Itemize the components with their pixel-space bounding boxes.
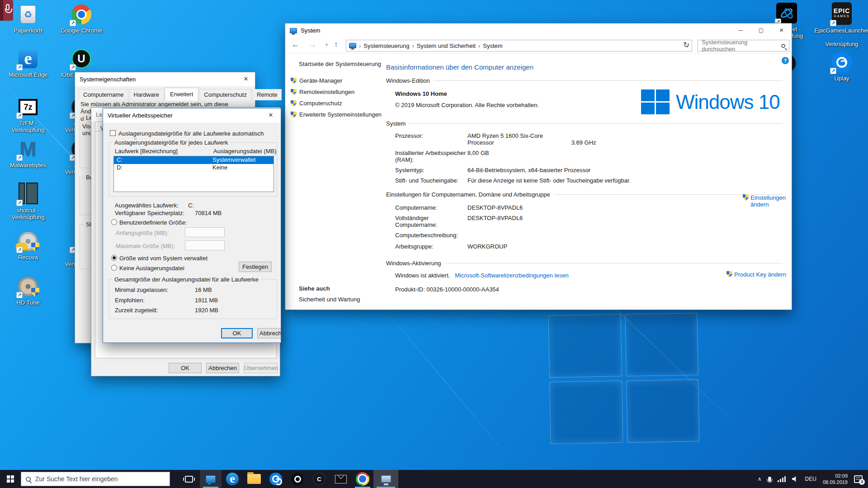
taskbar-item-system-cp[interactable] xyxy=(200,470,222,488)
page-title: Basisinformationen über den Computer anz… xyxy=(386,63,792,71)
sidebar-item-remoteeinstellungen[interactable]: Remoteeinstellungen xyxy=(291,89,382,95)
uac-shield-icon xyxy=(31,243,39,252)
tray-network-icon[interactable] xyxy=(778,476,786,482)
desktop-icon-epicgames[interactable]: EPICGAMES ↗ EpicGamesLauncher -Verknüpfu… xyxy=(820,2,863,47)
initial-size-input[interactable] xyxy=(185,227,225,237)
auto-manage-checkbox[interactable] xyxy=(110,130,116,136)
shortcut-arrow-icon: ↗ xyxy=(16,64,23,70)
change-product-key-link[interactable]: Product Key ändern xyxy=(726,271,786,278)
cancel-button[interactable]: Abbrechen xyxy=(206,363,239,373)
tab-computerschutz[interactable]: Computerschutz xyxy=(199,89,251,100)
ram-value: 8,00 GB xyxy=(467,150,675,163)
breadcrumb-systemsteuerung[interactable]: Systemsteuerung xyxy=(363,42,409,49)
custom-size-radio[interactable] xyxy=(111,219,117,225)
desktop-icon-uplay[interactable]: ↗ Uplay xyxy=(820,52,863,82)
apply-button[interactable]: Übernehmen xyxy=(244,363,278,373)
desktop-icon-shotcut[interactable]: ↗ shotcut -Verknüpfung xyxy=(6,182,50,221)
sidebar-item-computerschutz[interactable]: Computerschutz xyxy=(291,100,382,107)
systemtype-value: 64-Bit-Betriebssystem, x64-basierter Pro… xyxy=(467,167,675,174)
microphone-icon xyxy=(6,4,9,10)
taskbar-item-edge[interactable]: e xyxy=(222,470,243,488)
start-button[interactable] xyxy=(0,470,21,488)
systemtype-label: Systemtyp: xyxy=(395,167,467,174)
tab-hardware[interactable]: Hardware xyxy=(129,89,164,100)
minimize-icon[interactable]: — xyxy=(731,23,751,37)
tab-computername[interactable]: Computername xyxy=(79,89,128,100)
windows10-logo-text: Windows 10 xyxy=(676,91,780,113)
wallpaper-windows-logo xyxy=(548,313,700,444)
close-icon[interactable]: ✕ xyxy=(237,72,255,85)
breadcrumb-system[interactable]: System xyxy=(483,42,502,49)
uac-shield-icon xyxy=(743,194,749,201)
change-settings-link[interactable]: Einstellungen ändern xyxy=(743,194,784,208)
help-icon[interactable]: ? xyxy=(782,57,789,64)
taskbar-item-system-properties[interactable] xyxy=(373,470,398,488)
search-icon xyxy=(26,477,31,482)
sidebar-item-geraete-manager[interactable]: Geräte-Manager xyxy=(291,77,382,84)
no-pagefile-radio[interactable] xyxy=(111,265,117,271)
taskbar-item-ccleaner[interactable]: C xyxy=(308,470,330,488)
tray-clock[interactable]: 02:09 08.09.2019 xyxy=(823,473,848,485)
file-explorer-icon xyxy=(247,474,261,484)
desktop-icon-7zfm[interactable]: 7z ↗ 7zFM - Verknüpfung xyxy=(6,96,50,133)
windows-start-icon xyxy=(7,475,14,483)
window-system-controlpanel[interactable]: System — ▢ ✕ ← → ∨ ↑ › Systemsteuerung ›… xyxy=(285,23,792,310)
address-bar[interactable]: › Systemsteuerung › System und Sicherhei… xyxy=(346,40,692,52)
tray-volume-icon[interactable] xyxy=(792,476,799,482)
task-view-icon xyxy=(185,476,193,483)
refresh-icon[interactable]: ↻ xyxy=(683,40,689,50)
drive-list[interactable]: C:Systemverwaltet D:Keine xyxy=(113,156,274,192)
taskbar-item-explorer[interactable] xyxy=(243,470,265,488)
tray-date: 08.09.2019 xyxy=(823,479,848,485)
sidebar-item-home[interactable]: Startseite der Systemsteuerung xyxy=(299,61,382,67)
drive-row-c[interactable]: C:Systemverwaltet xyxy=(114,156,274,164)
close-icon[interactable]: ✕ xyxy=(771,23,792,37)
desktop-icon-chrome[interactable]: ↗ Google Chrome xyxy=(60,4,103,34)
taskbar-search-input[interactable]: Zur Suche Text hier eingeben xyxy=(21,472,170,486)
tab-erweitert[interactable]: Erweitert xyxy=(165,88,198,101)
tray-microphone-icon[interactable] xyxy=(768,477,771,482)
cancel-button[interactable]: Abbrechen xyxy=(257,328,281,338)
ok-button[interactable]: OK xyxy=(169,363,202,373)
titlebar[interactable]: Systemeigenschaften ✕ xyxy=(75,72,255,86)
tray-chevron-icon[interactable]: ∧ xyxy=(758,476,762,482)
fullname-value: DESKTOP-8VPADL6 xyxy=(467,215,675,228)
close-icon[interactable]: ✕ xyxy=(262,108,280,122)
up-icon[interactable]: ↑ xyxy=(334,40,338,49)
action-center-icon[interactable]: 3 xyxy=(854,475,863,483)
available-space-label: Verfügbarer Speicherplatz: xyxy=(115,210,184,216)
license-link[interactable]: Microsoft-Softwarelizenzbedingungen lese… xyxy=(455,272,568,279)
titlebar[interactable]: System — ▢ ✕ xyxy=(285,23,792,38)
desktop-icon-edge[interactable]: e ↗ Microsoft Edge xyxy=(6,48,50,78)
max-size-input[interactable] xyxy=(185,240,225,250)
festlegen-button[interactable]: Festlegen xyxy=(239,262,272,272)
dialog-virtueller-arbeitsspeicher[interactable]: Virtueller Arbeitsspeicher ✕ Auslagerung… xyxy=(103,108,281,343)
drive-row-d[interactable]: D:Keine xyxy=(114,164,274,172)
back-icon[interactable]: ← xyxy=(292,40,299,49)
ok-button[interactable]: OK xyxy=(221,328,253,338)
sidebar-item-erweiterte-systemeinstellungen[interactable]: Erweiterte Systemeinstellungen xyxy=(291,111,382,118)
taskview-button[interactable] xyxy=(178,470,200,488)
desktop-icon-malwarebytes[interactable]: M ↗ Malwarebytes xyxy=(6,138,50,169)
icon-label: Papierkorb xyxy=(6,27,50,34)
search-box[interactable]: Systemsteuerung durchsuchen xyxy=(698,40,789,52)
search-icon[interactable] xyxy=(781,44,785,48)
breadcrumb-system-und-sicherheit[interactable]: System und Sicherheit xyxy=(417,42,476,49)
tab-remote[interactable]: Remote xyxy=(252,89,282,100)
history-dropdown-icon[interactable]: ∨ xyxy=(325,42,328,47)
taskbar-item-mail[interactable] xyxy=(330,470,352,488)
taskbar-item-chrome[interactable] xyxy=(352,470,373,488)
taskbar-item-uplay[interactable] xyxy=(265,470,287,488)
c-app-icon: C xyxy=(313,473,326,485)
desktop-icon-recuva[interactable]: ↗ Recuva xyxy=(6,230,50,261)
desktop-icon-hdtune[interactable]: ↗ HD Tune xyxy=(6,276,50,306)
system-managed-radio[interactable] xyxy=(111,255,117,261)
uac-shield-icon xyxy=(291,100,297,107)
maximize-icon[interactable]: ▢ xyxy=(751,23,771,37)
tray-language[interactable]: DEU xyxy=(805,476,816,482)
taskbar-item-steam[interactable] xyxy=(287,470,308,488)
windows-flag-icon xyxy=(641,89,670,114)
see-also-link-sicherheit[interactable]: Sicherheit und Wartung xyxy=(299,296,360,303)
titlebar[interactable]: Virtueller Arbeitsspeicher ✕ xyxy=(103,108,281,122)
forward-icon[interactable]: → xyxy=(309,40,316,49)
